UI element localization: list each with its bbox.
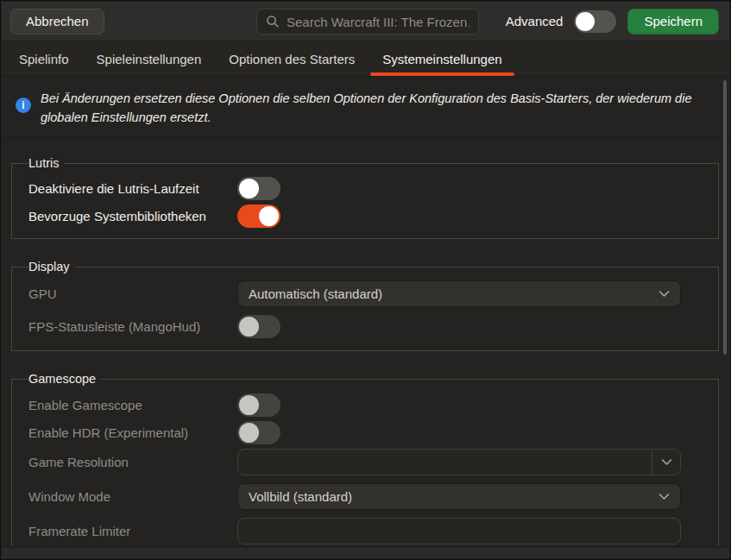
advanced-label: Advanced [506,14,564,28]
tab-bar: Spielinfo Spieleinstellungen Optionen de… [2,41,729,77]
section-title: Gamescope [28,372,101,386]
toggle-knob [239,179,259,198]
gpu-dropdown[interactable]: Automatisch (standard) [237,280,681,307]
section-title: Display [28,260,75,274]
option-label: Deaktiviere die Lutris-Laufzeit [28,181,237,196]
tab-spieleinstellungen[interactable]: Spieleinstellungen [85,41,214,76]
option-row: Window Mode Vollbild (standard) [28,483,681,510]
tab-systemeinstellungen[interactable]: Systemeinstellungen [370,41,514,76]
option-row: Game Resolution [28,449,681,475]
toggle-knob [576,12,595,31]
tab-optionen-des-starters[interactable]: Optionen des Starters [217,41,367,76]
dropdown-value: Automatisch (standard) [249,286,659,301]
option-row: Enable Gamescope [28,391,681,418]
header-bar: Abbrechen Search Warcraft III: The Froze… [2,2,729,41]
info-icon: i [16,98,31,113]
option-label: Bevorzuge Systembibliotheken [28,209,237,223]
option-label: FPS-Statusleiste (MangoHud) [28,319,237,334]
save-button[interactable]: Speichern [627,9,719,35]
chevron-down-icon [659,493,670,500]
combo-dropdown-button[interactable] [652,450,680,475]
option-row: Bevorzuge Systembibliotheken [28,202,681,230]
chevron-down-icon [659,290,670,298]
section-display: Display GPU Automatisch (standard) FPS-S… [11,260,719,351]
option-label: Framerate Limiter [28,524,237,538]
chevron-down-icon [661,458,672,466]
enable-hdr-toggle[interactable] [237,421,280,444]
search-icon [266,15,280,28]
info-banner-text: Bei Änderungen ersetzen diese Optionen d… [41,89,703,127]
toggle-knob [239,423,259,443]
toggle-knob [239,395,259,415]
toggle-knob [239,317,259,337]
option-label: Window Mode [28,489,237,504]
option-row: FPS-Statusleiste (MangoHud) [28,312,681,340]
scrollbar-thumb[interactable] [723,80,727,355]
option-row: Enable HDR (Experimental) [28,418,681,446]
tab-spielinfo[interactable]: Spielinfo [7,41,81,76]
option-row: Framerate Limiter [28,518,681,544]
section-gamescope: Gamescope Enable Gamescope Enable HDR (E… [11,372,719,547]
option-label: Enable HDR (Experimental) [28,425,237,440]
prefer-system-libraries-toggle[interactable] [237,204,280,228]
option-row: GPU Automatisch (standard) [28,280,681,307]
cancel-button[interactable]: Abbrechen [10,9,104,35]
window-mode-dropdown[interactable]: Vollbild (standard) [237,483,681,510]
framerate-limiter-input[interactable] [237,518,681,544]
disable-lutris-runtime-toggle[interactable] [237,177,280,200]
game-resolution-combo[interactable] [237,449,681,475]
option-row: Deaktiviere die Lutris-Laufzeit [28,174,681,202]
section-lutris: Lutris Deaktiviere die Lutris-Laufzeit B… [11,156,719,239]
mangohud-fps-toggle[interactable] [237,315,280,338]
search-placeholder: Search Warcraft III: The Frozen… [287,15,469,29]
info-banner: i Bei Änderungen ersetzen diese Optionen… [2,77,729,138]
combo-entry[interactable] [238,450,652,475]
section-title: Lutris [28,156,64,170]
settings-panel: i Bei Änderungen ersetzen diese Optionen… [2,77,729,547]
option-label: Enable Gamescope [28,398,237,412]
enable-gamescope-toggle[interactable] [237,393,280,417]
header-right-group: Advanced Speichern [506,9,719,35]
window-footer [2,548,729,558]
advanced-toggle[interactable] [574,10,616,33]
search-input[interactable]: Search Warcraft III: The Frozen… [256,9,479,35]
toggle-knob [259,206,279,226]
option-label: Game Resolution [28,455,237,469]
option-label: GPU [28,286,237,301]
dropdown-value: Vollbild (standard) [249,489,659,504]
